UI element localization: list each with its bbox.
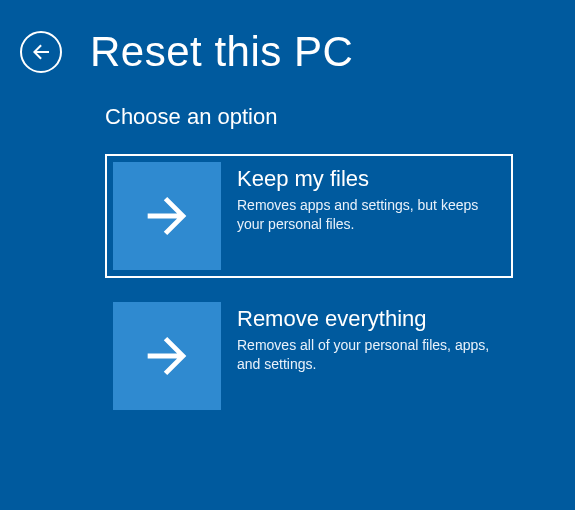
content: Choose an option Keep my files Removes a…: [0, 76, 575, 418]
option-description: Removes all of your personal files, apps…: [237, 336, 495, 374]
subtitle: Choose an option: [105, 104, 575, 130]
arrow-right-icon: [138, 187, 196, 245]
back-button[interactable]: [20, 31, 62, 73]
option-title: Keep my files: [237, 166, 495, 192]
options-list: Keep my files Removes apps and settings,…: [105, 154, 575, 418]
option-description: Removes apps and settings, but keeps you…: [237, 196, 495, 234]
option-title: Remove everything: [237, 306, 495, 332]
arrow-right-icon: [138, 327, 196, 385]
page-title: Reset this PC: [90, 28, 353, 76]
option-icon-tile: [113, 302, 221, 410]
back-arrow-icon: [29, 40, 53, 64]
option-text: Keep my files Removes apps and settings,…: [221, 162, 505, 234]
option-text: Remove everything Removes all of your pe…: [221, 302, 505, 374]
option-keep-my-files[interactable]: Keep my files Removes apps and settings,…: [105, 154, 513, 278]
header: Reset this PC: [0, 0, 575, 76]
option-icon-tile: [113, 162, 221, 270]
option-remove-everything[interactable]: Remove everything Removes all of your pe…: [105, 294, 513, 418]
